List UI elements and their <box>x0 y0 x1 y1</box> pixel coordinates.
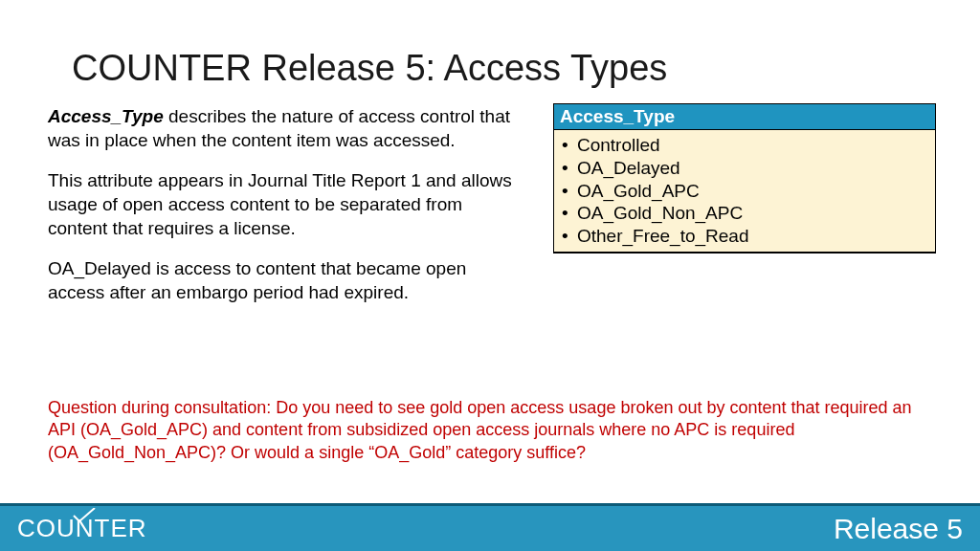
lead-term: Access_Type <box>48 106 164 126</box>
paragraph-2: This attribute appears in Journal Title … <box>48 169 526 240</box>
paragraph-1: Access_Type describes the nature of acce… <box>48 105 526 152</box>
release-label: Release 5 <box>834 513 963 545</box>
logo-text-pre: COU <box>17 514 76 543</box>
table-list: Controlled OA_Delayed OA_Gold_APC OA_Gol… <box>573 134 929 248</box>
paragraph-3: OA_Delayed is access to content that bec… <box>48 257 526 304</box>
list-item: OA_Gold_APC <box>573 180 929 203</box>
access-type-table: Access_Type Controlled OA_Delayed OA_Gol… <box>553 103 936 253</box>
list-item: Other_Free_to_Read <box>573 225 929 248</box>
counter-logo: COUNTER <box>17 514 147 543</box>
list-item: OA_Gold_Non_APC <box>573 202 929 225</box>
checkmark-icon <box>72 508 97 523</box>
body-text: Access_Type describes the nature of acce… <box>48 105 526 322</box>
list-item: Controlled <box>573 134 929 157</box>
table-body: Controlled OA_Delayed OA_Gold_APC OA_Gol… <box>553 130 936 253</box>
slide: COUNTER Release 5: Access Types Access_T… <box>0 0 980 551</box>
logo-text-post: TER <box>95 514 147 543</box>
list-item: OA_Delayed <box>573 157 929 180</box>
slide-title: COUNTER Release 5: Access Types <box>72 48 667 89</box>
table-header: Access_Type <box>553 103 936 130</box>
logo-n-wrap: N <box>76 514 95 543</box>
footer-bar: COUNTER Release 5 <box>0 503 980 551</box>
consultation-question: Question during consultation: Do you nee… <box>48 397 928 464</box>
